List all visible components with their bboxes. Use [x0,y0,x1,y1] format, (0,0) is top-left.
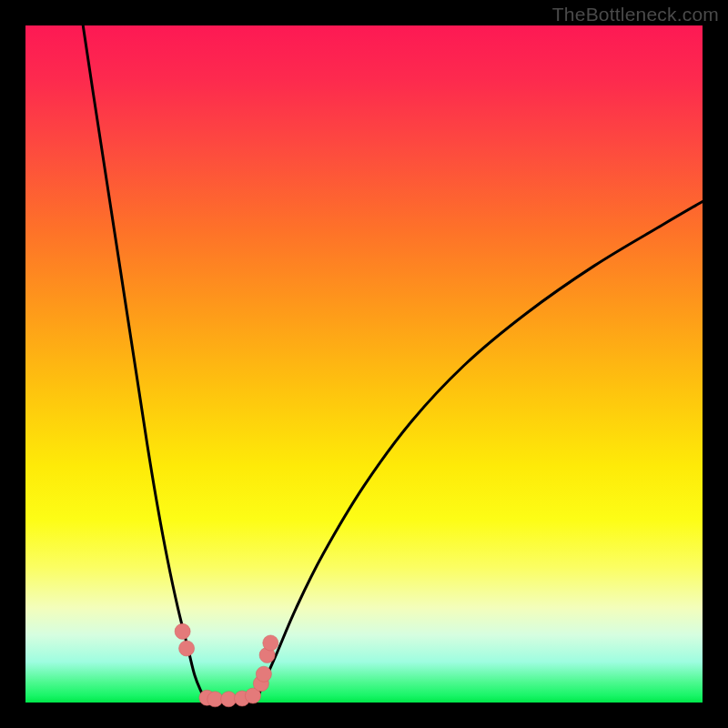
watermark-text: TheBottleneck.com [552,4,719,25]
plot-area [25,25,703,703]
chart-frame: TheBottleneck.com [0,0,728,728]
curve-markers [175,623,278,707]
marker-point [263,635,278,651]
marker-point [256,666,271,682]
marker-point [207,692,223,707]
marker-point [175,623,190,639]
marker-point [221,692,237,707]
curve-svg [25,25,703,703]
marker-point [179,641,195,656]
bottleneck-curve [83,25,703,703]
